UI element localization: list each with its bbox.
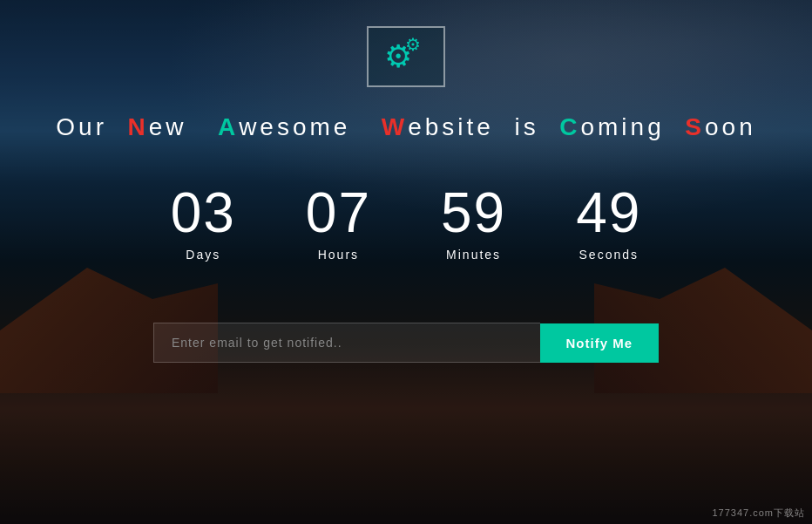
headline-n: N <box>128 113 149 140</box>
days-value: 03 <box>171 185 236 241</box>
headline-a: A <box>218 113 239 140</box>
headline-ebsite: ebsite <box>408 113 494 140</box>
headline-c: C <box>559 113 580 140</box>
countdown-timer: 03 Days 07 Hours 59 Minutes 49 Seconds <box>171 185 642 262</box>
minutes-value: 59 <box>441 185 506 241</box>
countdown-seconds: 49 Seconds <box>576 185 641 262</box>
days-label: Days <box>186 248 220 262</box>
hours-value: 07 <box>306 185 371 241</box>
seconds-label: Seconds <box>579 248 639 262</box>
headline-w: W <box>382 113 408 140</box>
notify-button[interactable]: Notify Me <box>540 323 660 363</box>
gear-icon: ⚙⚙ <box>384 38 428 75</box>
headline-oon: oon <box>705 113 756 140</box>
logo-box: ⚙⚙ <box>367 26 445 87</box>
headline-oming: oming <box>580 113 664 140</box>
headline-wesome: wesome <box>239 113 350 140</box>
minutes-label: Minutes <box>446 248 501 262</box>
headline-s: S <box>685 113 705 140</box>
countdown-minutes: 59 Minutes <box>441 185 506 262</box>
email-section: Notify Me <box>153 323 659 363</box>
countdown-days: 03 Days <box>171 185 236 262</box>
hours-label: Hours <box>318 248 359 262</box>
watermark: 177347.com下载站 <box>712 507 805 520</box>
headline-ew: ew <box>149 113 187 140</box>
page-headline: Our New Awesome Website is Coming Soon <box>56 113 755 141</box>
main-content: ⚙⚙ Our New Awesome Website is Coming Soo… <box>0 0 812 524</box>
email-input[interactable] <box>153 323 540 363</box>
countdown-hours: 07 Hours <box>306 185 371 262</box>
seconds-value: 49 <box>576 185 641 241</box>
